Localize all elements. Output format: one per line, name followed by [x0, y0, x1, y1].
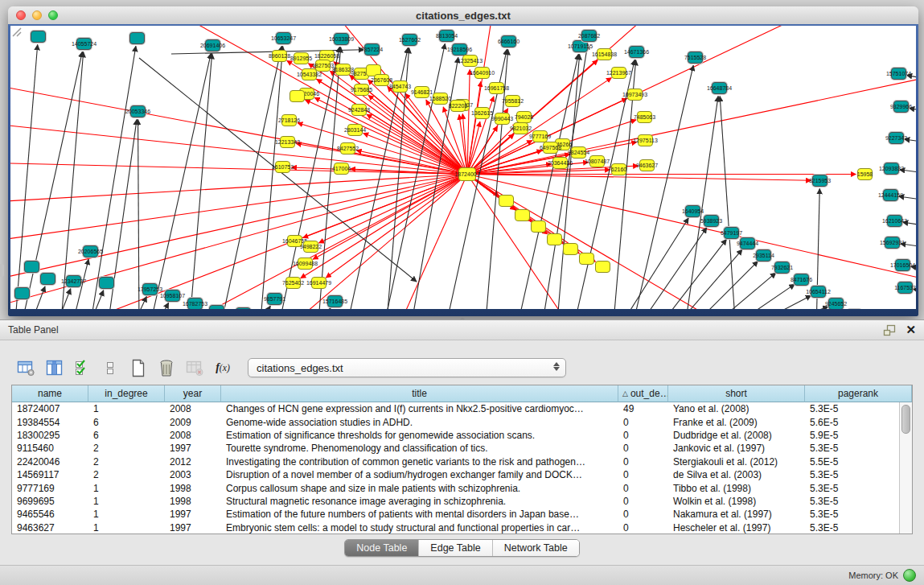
graph-node[interactable]: 12923448: [209, 305, 224, 309]
graph-node[interactable]: 16782753: [187, 298, 203, 309]
graph-node[interactable]: 5938923: [704, 215, 719, 227]
graph-node[interactable]: [24, 261, 39, 273]
column-header-out_de[interactable]: △out_de…: [618, 385, 668, 402]
graph-node[interactable]: 9498222: [303, 241, 318, 253]
graph-node[interactable]: 794028: [516, 111, 532, 123]
column-header-name[interactable]: name: [12, 385, 88, 402]
graph-node[interactable]: 7625402: [285, 277, 301, 289]
graph-node[interactable]: 2935114: [756, 249, 771, 262]
graph-node[interactable]: 8813054: [439, 30, 454, 42]
graph-node[interactable]: 9777169: [532, 130, 548, 142]
graph-node[interactable]: 2367608: [374, 74, 389, 86]
table-row[interactable]: 977716911998Corpus callosum shape and si…: [12, 481, 900, 494]
memory-status-indicator[interactable]: [903, 569, 916, 582]
graph-node[interactable]: 16914479: [311, 277, 326, 289]
graph-node[interactable]: [531, 220, 546, 233]
graph-node[interactable]: 15751074: [891, 68, 906, 80]
side-panel-grip[interactable]: [0, 264, 4, 277]
graph-node[interactable]: 15692931: [885, 237, 900, 249]
graph-node[interactable]: 9474444: [740, 237, 755, 249]
graph-node[interactable]: 16210643: [887, 215, 902, 227]
graph-node[interactable]: [563, 243, 578, 255]
graph-node[interactable]: 12444159: [883, 189, 898, 201]
tab-network-table[interactable]: Network Table: [493, 540, 579, 556]
graph-node[interactable]: 7857224: [364, 43, 380, 56]
graph-node[interactable]: 19218596: [452, 43, 467, 56]
column-header-title[interactable]: title: [221, 385, 618, 402]
graph-node[interactable]: 9227343: [889, 132, 904, 144]
graph-node[interactable]: 8186328: [335, 64, 351, 76]
graph-node[interactable]: 1640954: [685, 205, 700, 217]
graph-node[interactable]: 1527602: [402, 34, 417, 46]
graph-node[interactable]: [31, 31, 46, 43]
graph-node[interactable]: 1610753: [275, 161, 290, 173]
graph-node[interactable]: 9242848: [351, 104, 367, 116]
graph-node[interactable]: [290, 90, 305, 102]
graph-node[interactable]: 1167533: [897, 282, 913, 294]
graph-node[interactable]: 7932621: [774, 262, 790, 274]
graph-node[interactable]: 8960128: [272, 50, 287, 62]
table-row[interactable]: 2242004622012Investigating the contribut…: [12, 455, 900, 468]
graph-node[interactable]: [99, 277, 114, 289]
graph-node[interactable]: 9146821: [414, 86, 429, 98]
graph-node[interactable]: 6466160: [501, 35, 516, 47]
stacked-rows-icon[interactable]: [101, 358, 120, 377]
graph-node[interactable]: 9821032: [513, 122, 528, 134]
graph-node[interactable]: 9175685: [354, 84, 369, 96]
graph-node[interactable]: 20206565: [83, 245, 98, 257]
graph-node[interactable]: 12325413: [462, 55, 478, 67]
graph-node[interactable]: 62160: [611, 163, 626, 175]
graph-node[interactable]: 2718126: [281, 114, 297, 126]
graph-node[interactable]: 9824554: [571, 146, 586, 159]
graph-node[interactable]: 16154838: [597, 48, 612, 60]
graph-node[interactable]: 17957253: [142, 283, 158, 295]
column-header-short[interactable]: short: [668, 385, 805, 402]
table-column-icon[interactable]: [44, 358, 64, 377]
graph-node[interactable]: 12342737: [66, 275, 81, 287]
graph-node[interactable]: 9329966: [893, 101, 909, 113]
graph-node[interactable]: 9990443: [495, 113, 510, 125]
graph-node[interactable]: 16033809: [334, 33, 349, 45]
graph-node[interactable]: 8912955: [294, 52, 309, 64]
graph-node[interactable]: [40, 273, 55, 285]
graph-node[interactable]: 15958: [857, 168, 873, 180]
graph-node[interactable]: 10719155: [573, 40, 588, 52]
graph-node[interactable]: 10973493: [627, 89, 643, 101]
graph-node[interactable]: 9245652: [828, 298, 844, 309]
zoom-window-button[interactable]: [48, 10, 58, 20]
graph-node[interactable]: 10654112: [811, 286, 826, 298]
graph-node[interactable]: [515, 209, 530, 221]
table-row[interactable]: 969969511998Structural magnetic resonanc…: [12, 495, 900, 508]
graph-node[interactable]: 2087682: [581, 30, 597, 42]
table-row[interactable]: 1456911722003Disruption of a novel membe…: [12, 468, 900, 481]
column-header-year[interactable]: year: [165, 385, 221, 402]
close-panel-icon[interactable]: ✕: [906, 324, 916, 336]
graph-node[interactable]: [129, 32, 145, 44]
table-row[interactable]: 946362711997Embryonic stem cells: a mode…: [12, 521, 900, 534]
graph-node[interactable]: 6479197: [724, 227, 739, 239]
resize-grip-icon[interactable]: [10, 26, 22, 37]
graph-node[interactable]: 12975113: [638, 134, 653, 146]
select-rows-icon[interactable]: [72, 358, 92, 377]
column-header-pagerank[interactable]: pagerank: [805, 385, 912, 402]
trash-icon[interactable]: [157, 358, 176, 377]
table-vertical-scrollbar[interactable]: [899, 402, 912, 534]
graph-node[interactable]: 10653247: [276, 32, 291, 44]
graph-node[interactable]: 17016504: [895, 259, 910, 271]
graph-node[interactable]: 8454743: [392, 80, 408, 93]
table-row[interactable]: 946554611997Estimation of the future num…: [12, 508, 900, 521]
graph-node[interactable]: 2803144: [347, 124, 363, 136]
float-panel-icon[interactable]: [883, 324, 896, 336]
table-settings-icon[interactable]: [16, 358, 35, 377]
graph-hub-node[interactable]: 18724007: [458, 167, 476, 181]
column-header-in_degree[interactable]: in_degree: [88, 385, 165, 402]
graph-node[interactable]: 20053346: [130, 105, 146, 117]
graph-node[interactable]: 14671366: [629, 46, 644, 58]
graph-node[interactable]: 10807487: [589, 155, 605, 167]
new-table-icon[interactable]: [129, 358, 148, 377]
graph-node[interactable]: 417004: [334, 163, 349, 175]
graph-node[interactable]: [14, 287, 30, 299]
graph-node[interactable]: 15716485: [327, 295, 343, 307]
table-row[interactable]: 1938455462009Genome-wide association stu…: [12, 415, 900, 428]
graph-node[interactable]: 7955812: [505, 95, 520, 107]
